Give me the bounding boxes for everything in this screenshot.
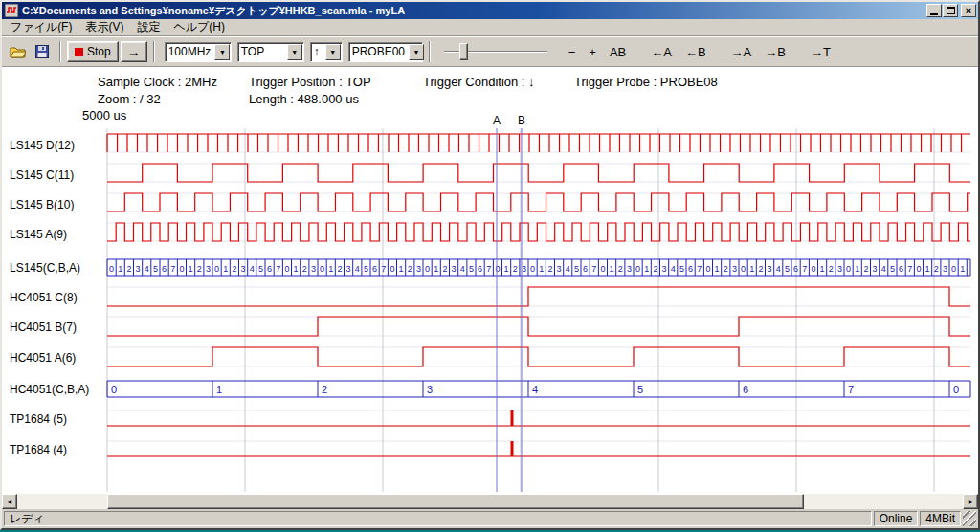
minimize-button[interactable] xyxy=(926,4,942,17)
zoom-slider-thumb[interactable] xyxy=(459,43,468,60)
resize-grip[interactable] xyxy=(963,511,976,526)
bus-value: 0 xyxy=(916,264,921,274)
chevron-down-icon[interactable]: ▼ xyxy=(409,44,424,60)
bus-value: 2 xyxy=(513,264,518,274)
menu-view[interactable]: 表示(V) xyxy=(78,18,130,37)
menu-settings[interactable]: 設定 xyxy=(130,18,167,37)
length-text: Length : 488.000 us xyxy=(249,92,359,106)
trigger-position-select[interactable]: TOP ▼ xyxy=(237,42,304,62)
bus-value: 3 xyxy=(522,264,526,274)
bus-value: 4 xyxy=(250,264,255,274)
channel-label-ls145-c-b-a: LS145(C,B,A) xyxy=(10,261,80,275)
ab-cursor-button[interactable]: AB xyxy=(604,42,632,62)
bus-value: 2 xyxy=(232,264,236,274)
bus-value: 2 xyxy=(197,264,202,274)
sample-clock-text: Sample Clock : 2MHz xyxy=(98,75,217,89)
channel-label-hc4051-c-8: HC4051 C(8) xyxy=(10,291,78,304)
trigger-probe-text: Trigger Probe : PROBE08 xyxy=(574,75,718,89)
bus-value: 7 xyxy=(170,264,175,274)
app-icon xyxy=(5,4,18,17)
save-floppy-icon xyxy=(35,45,49,58)
channel-label-tp1684-4: TP1684 (4) xyxy=(10,443,67,456)
bus-value: 1 xyxy=(118,264,122,274)
bus-value: 0 xyxy=(425,264,430,274)
bus-value: 3 xyxy=(732,264,737,274)
bus-value: 5 xyxy=(574,264,579,274)
toolbar-separator xyxy=(429,41,431,62)
title-bar[interactable]: C:¥Documents and Settings¥noname¥デスクトップ¥… xyxy=(2,2,978,19)
bus-value: 7 xyxy=(907,264,912,274)
bus-value: 1 xyxy=(504,264,509,274)
main-content: Sample Clock : 2MHz Trigger Position : T… xyxy=(2,67,978,494)
bus-value: 6 xyxy=(899,264,903,274)
maximize-icon xyxy=(947,7,955,14)
bus-value: 4 xyxy=(532,384,538,395)
bus-value: 3 xyxy=(241,264,246,274)
stop-button[interactable]: Stop xyxy=(67,41,119,62)
close-icon: × xyxy=(966,6,971,15)
zoom-slider[interactable] xyxy=(442,41,549,62)
save-button[interactable] xyxy=(31,40,54,63)
bus-value: 7 xyxy=(591,264,596,274)
sample-clock-select[interactable]: 100MHz ▼ xyxy=(165,42,232,62)
set-cursor-b-button[interactable]: →B xyxy=(759,42,791,62)
trigger-probe-select[interactable]: PROBE00 ▼ xyxy=(348,42,423,62)
bus-value: 1 xyxy=(855,264,859,274)
scroll-right-button[interactable]: ► xyxy=(963,494,978,509)
bus-value: 1 xyxy=(644,264,649,274)
trigger-edge-value: ↑ xyxy=(311,45,324,58)
status-bar: レディ Online 4MBit xyxy=(2,509,978,528)
goto-cursor-a-button[interactable]: ←A xyxy=(645,42,678,62)
bus-value: 5 xyxy=(364,264,368,274)
bus-value: 2 xyxy=(337,264,342,274)
channel-label-ls145-a-9: LS145 A(9) xyxy=(10,228,67,241)
maximize-button[interactable] xyxy=(943,4,958,17)
chevron-down-icon[interactable]: ▼ xyxy=(214,44,230,60)
run-button[interactable]: → xyxy=(121,41,147,62)
bus-value: 2 xyxy=(302,264,307,274)
chevron-down-icon[interactable]: ▼ xyxy=(325,44,341,60)
close-button[interactable]: × xyxy=(961,4,976,17)
waveform-hc4051-c-8 xyxy=(107,287,970,306)
goto-cursor-b-button[interactable]: ←B xyxy=(679,42,712,62)
bus-value: 6 xyxy=(583,264,588,274)
trigger-condition-text: Trigger Condition : ↓ xyxy=(423,75,535,89)
zoom-in-button[interactable]: + xyxy=(583,42,602,62)
window-title: C:¥Documents and Settings¥noname¥デスクトップ¥… xyxy=(22,4,405,18)
bus-value: 4 xyxy=(881,264,886,274)
bus-value: 5 xyxy=(785,264,790,274)
bus-value: 6 xyxy=(793,264,798,274)
bus-value: 0 xyxy=(179,264,184,274)
bus-value: 2 xyxy=(724,264,728,274)
horizontal-scrollbar[interactable]: ◄ ► xyxy=(2,494,978,509)
open-button[interactable] xyxy=(6,40,29,63)
bus-value: 1 xyxy=(328,264,333,274)
bus-value: 0 xyxy=(109,264,114,274)
goto-trigger-button[interactable]: →T xyxy=(805,42,836,62)
bus-value: 2 xyxy=(126,264,131,274)
zoom-out-button[interactable]: − xyxy=(563,42,582,62)
scrollbar-thumb[interactable] xyxy=(107,494,804,509)
bus-value: 3 xyxy=(662,264,667,274)
trigger-position-text: Trigger Position : TOP xyxy=(249,75,371,89)
menu-file[interactable]: ファイル(F) xyxy=(4,18,78,37)
bus-value: 0 xyxy=(705,264,710,274)
bus-value: 5 xyxy=(153,264,158,274)
menu-help[interactable]: ヘルプ(H) xyxy=(167,18,232,37)
chevron-down-icon[interactable]: ▼ xyxy=(287,44,302,60)
set-cursor-a-button[interactable]: →A xyxy=(725,42,758,62)
waveform-plot[interactable]: LS145 D(12)LS145 C(11)LS145 B(10)LS145 A… xyxy=(2,115,978,494)
cursor-label-b: B xyxy=(518,115,525,127)
bus-value: 2 xyxy=(322,384,327,395)
menu-bar: ファイル(F) 表示(V) 設定 ヘルプ(H) xyxy=(2,19,978,36)
bus-value: 2 xyxy=(758,264,763,274)
scroll-left-button[interactable]: ◄ xyxy=(2,494,17,509)
bus-value: 2 xyxy=(547,264,552,274)
left-arrow-icon: ◄ xyxy=(7,499,13,505)
bus-value: 0 xyxy=(214,264,219,274)
bus-value: 5 xyxy=(637,384,643,395)
bus-value: 0 xyxy=(953,384,959,395)
bus-value: 2 xyxy=(442,264,447,274)
scrollbar-track[interactable] xyxy=(17,494,963,509)
trigger-edge-select[interactable]: ↑ ▼ xyxy=(310,42,343,62)
